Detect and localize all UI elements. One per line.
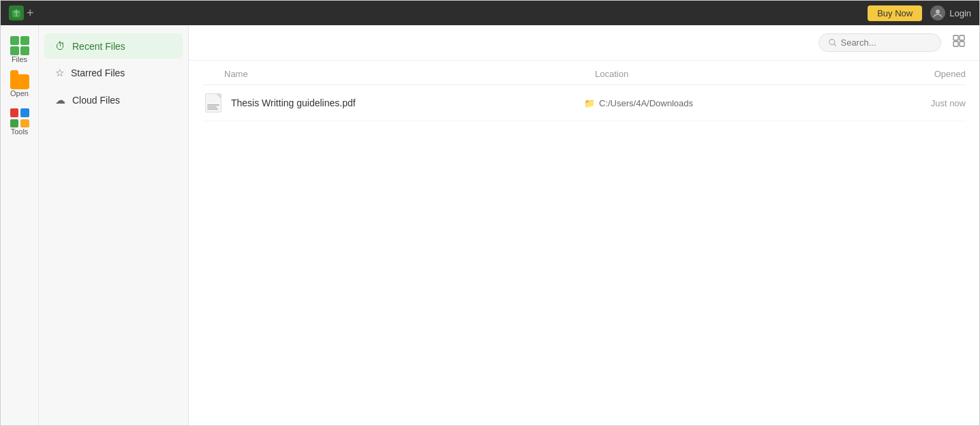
login-label: Login (949, 8, 971, 18)
search-box[interactable] (818, 33, 941, 52)
search-icon (829, 38, 836, 47)
content-area: Name Location Opened T (189, 25, 979, 425)
icon-sidebar: Files Open Tools (1, 25, 39, 425)
col-header-opened: Opened (842, 69, 966, 79)
file-name: Thesis Writting guidelines.pdf (231, 97, 356, 108)
table-row[interactable]: Thesis Writting guidelines.pdf 📁 C:/User… (202, 85, 966, 121)
search-input[interactable] (840, 37, 931, 48)
file-location-cell: 📁 C:/Users/4A/Downloads (584, 98, 838, 108)
login-avatar-icon (930, 5, 945, 20)
svg-rect-5 (960, 35, 964, 40)
files-icon (10, 36, 29, 55)
clock-icon: ⏱ (55, 40, 65, 52)
file-list-header: Name Location Opened (202, 61, 966, 85)
nav-item-cloud[interactable]: ☁ Cloud Files (44, 87, 183, 113)
folder-icon: 📁 (584, 98, 595, 108)
tools-icon (10, 108, 29, 127)
nav-item-recent[interactable]: ⏱ Recent Files (44, 33, 183, 59)
nav-label-cloud: Cloud Files (72, 95, 120, 106)
files-icon-label: Files (12, 55, 27, 63)
file-icon-wrap (202, 93, 224, 112)
svg-line-3 (834, 44, 836, 46)
nav-label-starred: Starred Files (71, 67, 125, 78)
main-content: Files Open Tools ⏱ (1, 25, 979, 425)
file-opened-cell: Just now (838, 98, 966, 108)
sidebar-icon-files[interactable]: Files (1, 32, 38, 67)
buy-now-button[interactable]: Buy Now (868, 5, 922, 21)
file-location: C:/Users/4A/Downloads (599, 98, 693, 108)
title-bar: + Buy Now Login (1, 1, 979, 25)
pdf-file-icon (205, 93, 221, 112)
view-toggle-button[interactable] (952, 34, 966, 51)
file-name-cell: Thesis Writting guidelines.pdf (202, 93, 584, 112)
col-header-name: Name (202, 69, 595, 79)
svg-rect-4 (953, 35, 958, 40)
col-header-location: Location (595, 69, 842, 79)
svg-point-1 (936, 10, 940, 14)
tools-icon-label: Tools (11, 127, 29, 136)
sidebar-icon-tools[interactable]: Tools (1, 104, 38, 140)
open-icon-label: Open (10, 89, 29, 97)
star-icon: ☆ (55, 67, 64, 79)
content-header (189, 25, 979, 61)
app-window: + Buy Now Login F (0, 0, 980, 426)
sidebar-icon-open[interactable]: Open (1, 70, 38, 102)
svg-rect-7 (960, 42, 964, 46)
new-tab-button[interactable]: + (27, 7, 34, 19)
file-list: Name Location Opened T (189, 61, 979, 425)
cloud-icon: ☁ (55, 94, 65, 106)
open-folder-icon (10, 74, 29, 89)
svg-rect-6 (953, 42, 958, 46)
file-opened-time: Just now (931, 98, 966, 108)
nav-sidebar: ⏱ Recent Files ☆ Starred Files ☁ Cloud F… (39, 25, 189, 425)
nav-label-recent: Recent Files (72, 41, 125, 52)
app-logo-icon (9, 5, 24, 20)
nav-item-starred[interactable]: ☆ Starred Files (44, 60, 183, 86)
login-button[interactable]: Login (930, 5, 971, 20)
